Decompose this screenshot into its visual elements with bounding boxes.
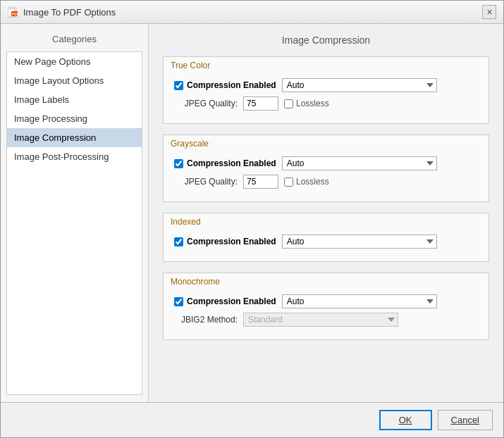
group-true-color-label: True Color bbox=[164, 57, 488, 73]
sidebar-item-new-page[interactable]: New Page Options bbox=[7, 52, 142, 71]
indexed-compression-combo[interactable]: Auto bbox=[282, 234, 437, 249]
indexed-compression-row: Compression Enabled Auto bbox=[174, 234, 478, 249]
sidebar-item-image-processing[interactable]: Image Processing bbox=[7, 109, 142, 128]
group-grayscale-content: Compression Enabled Auto JPEG Quality: L… bbox=[164, 151, 488, 201]
dialog-footer: OK Cancel bbox=[1, 402, 503, 437]
svg-text:PDF: PDF bbox=[12, 12, 19, 16]
grayscale-compression-row: Compression Enabled Auto bbox=[174, 156, 478, 170]
grayscale-compression-label[interactable]: Compression Enabled bbox=[174, 158, 276, 168]
grayscale-jpeg-label: JPEG Quality: bbox=[174, 177, 238, 187]
group-monochrome: Monochrome Compression Enabled Auto JBIG… bbox=[163, 273, 489, 340]
grayscale-lossless-label[interactable]: Lossless bbox=[284, 177, 329, 187]
group-monochrome-content: Compression Enabled Auto JBIG2 Method: S… bbox=[164, 289, 488, 339]
true-color-jpeg-label: JPEG Quality: bbox=[174, 99, 238, 108]
monochrome-compression-row: Compression Enabled Auto bbox=[174, 294, 478, 308]
true-color-compression-row: Compression Enabled Auto bbox=[174, 78, 478, 92]
group-indexed-content: Compression Enabled Auto bbox=[164, 229, 488, 261]
group-true-color-content: Compression Enabled Auto JPEG Quality: L… bbox=[164, 73, 488, 123]
group-grayscale: Grayscale Compression Enabled Auto JPEG … bbox=[163, 134, 489, 202]
group-indexed-label: Indexed bbox=[164, 213, 488, 229]
grayscale-compression-checkbox[interactable] bbox=[174, 159, 183, 168]
title-bar: PDF Image To PDF Options ✕ bbox=[1, 1, 503, 24]
indexed-compression-label[interactable]: Compression Enabled bbox=[174, 237, 276, 246]
grayscale-compression-combo[interactable]: Auto bbox=[282, 156, 437, 170]
sidebar-title: Categories bbox=[1, 31, 148, 51]
true-color-compression-combo[interactable]: Auto bbox=[282, 78, 437, 92]
sidebar-item-image-layout[interactable]: Image Layout Options bbox=[7, 71, 142, 90]
monochrome-jbig2-combo: Standard bbox=[243, 313, 398, 327]
true-color-lossless-checkbox[interactable] bbox=[284, 99, 293, 108]
monochrome-compression-combo[interactable]: Auto bbox=[282, 294, 437, 308]
title-text: Image To PDF Options bbox=[23, 7, 116, 18]
monochrome-jbig2-label: JBIG2 Method: bbox=[174, 315, 238, 325]
monochrome-compression-checkbox[interactable] bbox=[174, 297, 183, 306]
grayscale-jpeg-spinbox[interactable] bbox=[243, 175, 278, 189]
group-indexed: Indexed Compression Enabled Auto bbox=[163, 213, 489, 262]
true-color-jpeg-row: JPEG Quality: Lossless bbox=[174, 96, 478, 111]
true-color-compression-label[interactable]: Compression Enabled bbox=[174, 80, 276, 90]
true-color-lossless-label[interactable]: Lossless bbox=[284, 99, 329, 108]
dialog-window: PDF Image To PDF Options ✕ Categories Ne… bbox=[0, 0, 504, 438]
sidebar-item-image-postprocessing[interactable]: Image Post-Processing bbox=[7, 147, 142, 166]
sidebar-item-image-labels[interactable]: Image Labels bbox=[7, 90, 142, 109]
true-color-compression-checkbox[interactable] bbox=[174, 81, 183, 90]
group-true-color: True Color Compression Enabled Auto JPEG… bbox=[163, 56, 489, 124]
sidebar: Categories New Page Options Image Layout… bbox=[1, 24, 149, 402]
dialog-body: Categories New Page Options Image Layout… bbox=[1, 24, 503, 402]
cancel-button[interactable]: Cancel bbox=[438, 410, 493, 430]
main-content: Image Compression True Color Compression… bbox=[149, 24, 503, 402]
section-title: Image Compression bbox=[163, 35, 489, 46]
sidebar-list: New Page Options Image Layout Options Im… bbox=[6, 51, 142, 395]
grayscale-jpeg-row: JPEG Quality: Lossless bbox=[174, 175, 478, 189]
group-grayscale-label: Grayscale bbox=[164, 135, 488, 151]
ok-button[interactable]: OK bbox=[379, 410, 432, 430]
monochrome-jbig2-row: JBIG2 Method: Standard bbox=[174, 313, 478, 327]
title-bar-left: PDF Image To PDF Options bbox=[8, 6, 116, 18]
close-button[interactable]: ✕ bbox=[482, 5, 496, 19]
indexed-compression-checkbox[interactable] bbox=[174, 237, 183, 246]
pdf-icon: PDF bbox=[8, 6, 19, 18]
true-color-jpeg-spinbox[interactable] bbox=[243, 96, 278, 111]
grayscale-lossless-checkbox[interactable] bbox=[284, 177, 293, 187]
group-monochrome-label: Monochrome bbox=[164, 273, 488, 289]
monochrome-compression-label[interactable]: Compression Enabled bbox=[174, 296, 276, 306]
sidebar-item-image-compression[interactable]: Image Compression bbox=[7, 128, 142, 147]
